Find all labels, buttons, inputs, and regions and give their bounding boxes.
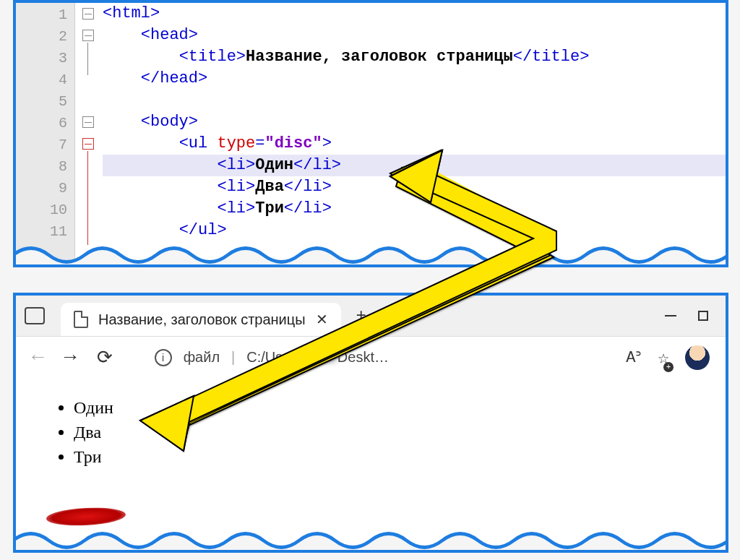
new-tab-button[interactable]: +: [341, 306, 382, 326]
code-line[interactable]: <li>Один</li>: [103, 155, 726, 176]
url-tail: Deskt…: [337, 349, 389, 365]
fold-toggle-icon[interactable]: [82, 138, 94, 150]
torn-edge-decoration: [13, 527, 728, 553]
site-info-icon[interactable]: i: [155, 349, 172, 366]
list-item: Два: [74, 420, 718, 444]
address-bar[interactable]: i файл | C:/Users/alex/Deskt…: [155, 349, 606, 366]
line-number: 11: [16, 221, 74, 243]
url-blurred-segment: lex/: [315, 349, 337, 365]
line-number: 8: [16, 156, 74, 178]
nav-back-icon[interactable]: ←: [32, 346, 44, 369]
code-line[interactable]: <head>: [103, 25, 726, 46]
code-line[interactable]: <ul type="disc">: [103, 133, 726, 155]
nav-forward-icon[interactable]: →: [64, 346, 77, 369]
url-separator: |: [231, 349, 235, 366]
line-number: 2: [16, 26, 74, 48]
read-aloud-icon[interactable]: Aᐣ: [626, 348, 642, 367]
line-number: 1: [16, 4, 74, 26]
line-number: 4: [16, 69, 74, 91]
line-number: 3: [16, 48, 74, 69]
fold-toggle-icon[interactable]: [82, 116, 94, 128]
page-icon: [74, 311, 88, 328]
code-editor-panel: 1234567891011 <html> <head> <title>Назва…: [13, 0, 728, 267]
code-line[interactable]: <li>Три</li>: [103, 198, 726, 220]
browser-toolbar: ← → ⟳ i файл | C:/Users/alex/Deskt… Aᐣ ☆…: [16, 336, 726, 378]
favorite-icon[interactable]: ☆+: [658, 346, 669, 369]
code-line[interactable]: [103, 90, 726, 111]
reload-icon[interactable]: ⟳: [97, 346, 113, 369]
code-line[interactable]: </head>: [103, 68, 726, 90]
window-maximize-icon[interactable]: [698, 311, 708, 321]
bullet-list: ОдинДваТри: [74, 395, 718, 469]
code-area[interactable]: <html> <head> <title>Название, заголовок…: [103, 3, 726, 241]
fold-toggle-icon[interactable]: [82, 8, 94, 20]
code-line[interactable]: <body>: [103, 111, 726, 133]
line-number: 5: [16, 91, 74, 113]
line-number-gutter: 1234567891011: [16, 3, 75, 264]
window-controls: [665, 311, 726, 321]
url-path: C:/Users/a: [246, 349, 314, 365]
window-minimize-icon[interactable]: [665, 315, 676, 316]
fold-toggle-icon[interactable]: [82, 30, 94, 41]
list-item: Один: [74, 395, 718, 420]
code-line[interactable]: <title>Название, заголовок страницы</tit…: [103, 46, 726, 68]
red-mark-decoration: [46, 506, 126, 527]
line-number: 6: [16, 113, 74, 134]
rendered-page: ОдинДваТри: [16, 378, 726, 476]
tab-overview-icon[interactable]: [25, 307, 45, 324]
tab-title: Название, заголовок страницы: [98, 311, 306, 328]
profile-avatar[interactable]: [685, 345, 710, 370]
code-line[interactable]: <html>: [103, 3, 726, 25]
tab-close-icon[interactable]: ✕: [316, 311, 328, 328]
code-line[interactable]: <li>Два</li>: [103, 176, 726, 198]
list-item: Три: [74, 444, 718, 469]
line-number: 9: [16, 178, 74, 199]
browser-tab-strip: Название, заголовок страницы ✕ +: [16, 296, 726, 336]
fold-column: [75, 3, 103, 264]
torn-edge-decoration: [13, 241, 728, 267]
line-number: 10: [16, 199, 74, 221]
code-line[interactable]: </ul>: [103, 220, 726, 241]
line-number: 7: [16, 134, 74, 156]
browser-window-panel: Название, заголовок страницы ✕ + ← → ⟳ i…: [13, 293, 728, 553]
url-scheme: файл: [184, 349, 220, 366]
browser-tab[interactable]: Название, заголовок страницы ✕: [61, 303, 341, 336]
